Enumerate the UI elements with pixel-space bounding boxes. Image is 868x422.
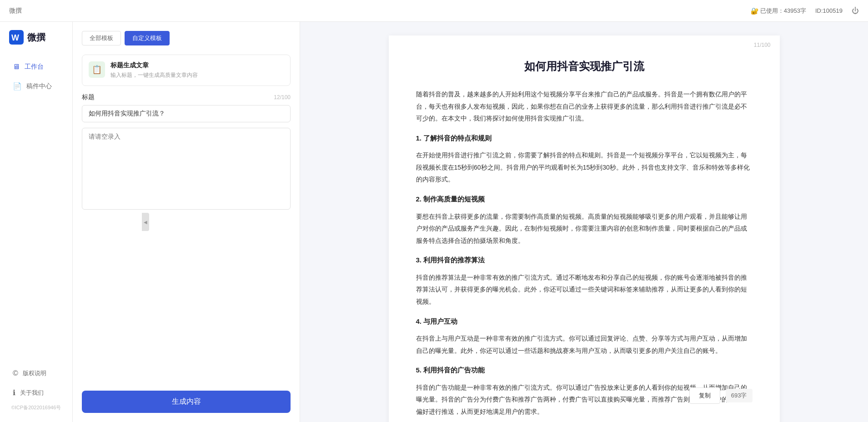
section-heading-3: 3. 利用抖音的推荐算法 (416, 254, 753, 267)
article-page: 11/100 如何用抖音实现推广引流 随着抖音的普及，越来越多的人开始利用这个短… (389, 35, 780, 422)
about-icon: ℹ (13, 388, 15, 397)
section-heading-5: 5. 利用抖音的广告功能 (416, 364, 753, 377)
copyright-icon: © (13, 369, 18, 377)
collapse-icon: ◀ (144, 220, 147, 225)
template-name: 标题生成文章 (110, 61, 198, 70)
logo-icon: W (9, 30, 24, 45)
usage-icon: 🔐 (751, 7, 758, 15)
sidebar-item-copyright[interactable]: © 版权说明 (4, 364, 69, 383)
layout: W 微撰 🖥 工作台 📄 稿件中心 © 版权说明 ℹ 关于我们 ©ICP备 (0, 22, 868, 422)
template-card-icon: 📋 (89, 61, 105, 78)
copy-button[interactable]: 复制 (689, 387, 720, 404)
power-button[interactable]: ⏻ (852, 7, 859, 15)
sidebar-item-copyright-label: 版权说明 (23, 369, 46, 377)
tab-custom-templates[interactable]: 自定义模板 (125, 31, 170, 45)
template-card[interactable]: 📋 标题生成文章 输入标题，一键生成高质量文章内容 (82, 55, 291, 86)
sidebar-nav: 🖥 工作台 📄 稿件中心 (0, 53, 72, 359)
topbar: 微撰 🔐 已使用：43953字 ID:100519 ⏻ (0, 0, 868, 22)
left-panel: 全部模板 自定义模板 📋 标题生成文章 输入标题，一键生成高质量文章内容 标题 … (73, 22, 300, 422)
word-count-badge: 693字 (726, 389, 753, 402)
section-heading-1: 1. 了解抖音的特点和规则 (416, 132, 753, 145)
title-counter: 12/100 (274, 94, 291, 100)
sidebar-item-drafts-label: 稿件中心 (26, 82, 52, 90)
right-panel[interactable]: 11/100 如何用抖音实现推广引流 随着抖音的普及，越来越多的人开始利用这个短… (300, 22, 868, 422)
usage-label: 已使用：43953字 (760, 7, 806, 15)
generate-button[interactable]: 生成内容 (82, 391, 291, 413)
topbar-right: 🔐 已使用：43953字 ID:100519 ⏻ (751, 7, 859, 15)
template-desc: 输入标题，一键生成高质量文章内容 (110, 71, 198, 79)
topbar-title: 微撰 (9, 7, 22, 15)
section-heading-4: 4. 与用户互动 (416, 315, 753, 328)
section-body-4: 在抖音上与用户互动是一种非常有效的推广引流方式。你可以通过回复评论、点赞、分享等… (416, 332, 753, 357)
title-input[interactable] (82, 105, 291, 122)
icp-text: ©ICP备2022016946号 (0, 402, 72, 413)
tab-all-templates[interactable]: 全部模板 (82, 31, 121, 45)
template-tabs: 全部模板 自定义模板 (82, 31, 291, 45)
logo-text: 微撰 (27, 31, 45, 44)
sidebar: W 微撰 🖥 工作台 📄 稿件中心 © 版权说明 ℹ 关于我们 ©ICP备 (0, 22, 73, 422)
section-body-3: 抖音的推荐算法是一种非常有效的推广引流方式。通过不断地发布和分享自己的短视频，你… (416, 271, 753, 308)
sidebar-item-drafts[interactable]: 📄 稿件中心 (4, 76, 69, 96)
title-label-row: 标题 12/100 (82, 93, 291, 101)
collapse-button[interactable]: ◀ (142, 213, 149, 231)
template-info: 标题生成文章 输入标题，一键生成高质量文章内容 (110, 61, 198, 79)
id-label: ID:100519 (815, 7, 843, 14)
article-body: 随着抖音的普及，越来越多的人开始利用这个短视频分享平台来推广自己的产品或服务。抖… (416, 88, 753, 418)
sidebar-bottom: © 版权说明 ℹ 关于我们 ©ICP备2022016946号 (0, 359, 72, 422)
section-body-1: 在开始使用抖音进行推广引流之前，你需要了解抖音的特点和规则。抖音是一个短视频分享… (416, 149, 753, 186)
sidebar-item-workbench-label: 工作台 (25, 63, 44, 71)
workbench-icon: 🖥 (13, 63, 20, 71)
title-label: 标题 (82, 93, 95, 101)
article-intro: 随着抖音的普及，越来越多的人开始利用这个短视频分享平台来推广自己的产品或服务。抖… (416, 88, 753, 125)
drafts-icon: 📄 (13, 82, 22, 90)
usage-info: 🔐 已使用：43953字 (751, 7, 806, 15)
content-textarea[interactable] (82, 128, 291, 210)
svg-text:W: W (11, 33, 19, 42)
sidebar-item-about-label: 关于我们 (20, 389, 44, 397)
generate-button-wrap: 生成内容 (82, 382, 291, 413)
section-heading-2: 2. 制作高质量的短视频 (416, 193, 753, 206)
main-content: ◀ 全部模板 自定义模板 📋 标题生成文章 输入标题，一键生成高质量文章内容 标… (73, 22, 868, 422)
logo: W 微撰 (0, 22, 72, 53)
page-number: 11/100 (754, 42, 771, 48)
section-body-2: 要想在抖音上获得更多的流量，你需要制作高质量的短视频。高质量的短视频能够吸引更多… (416, 211, 753, 247)
sidebar-item-about[interactable]: ℹ 关于我们 (4, 383, 69, 402)
sidebar-item-workbench[interactable]: 🖥 工作台 (4, 57, 69, 76)
bottom-action-row: 复制 693字 (416, 383, 753, 408)
article-title: 如何用抖音实现推广引流 (416, 58, 753, 75)
